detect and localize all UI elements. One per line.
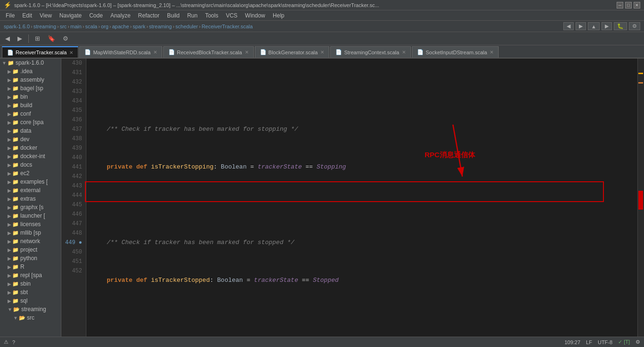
tree-network[interactable]: ▶ 📁 network bbox=[0, 237, 61, 245]
menu-analyze[interactable]: Analyze bbox=[107, 11, 134, 20]
tab-receivedblocktracker[interactable]: 📄 ReceivedBlockTracker.scala ✕ bbox=[163, 46, 254, 58]
tab-blockgenerator[interactable]: 📄 BlockGenerator.scala ✕ bbox=[255, 46, 330, 58]
menu-vcs[interactable]: VCS bbox=[222, 11, 242, 20]
toolbar-back[interactable]: ◀ bbox=[2, 34, 13, 43]
run-button[interactable]: ▶ bbox=[602, 22, 612, 30]
menu-window[interactable]: Window bbox=[241, 11, 269, 20]
menu-file[interactable]: File bbox=[2, 11, 18, 20]
tree-repl[interactable]: ▶ 📁 repl [spa bbox=[0, 271, 61, 279]
tree-sbin[interactable]: ▶ 📁 sbin bbox=[0, 279, 61, 288]
tree-r[interactable]: ▶ 📁 R bbox=[0, 262, 61, 271]
bc-spark[interactable]: spark bbox=[133, 24, 145, 29]
tree-dev-label: dev bbox=[20, 136, 29, 143]
tree-src[interactable]: ▼ 📂 src bbox=[0, 313, 61, 322]
bc-nav-up[interactable]: ▲ bbox=[588, 22, 600, 30]
toolbar-settings[interactable]: ⚙ bbox=[59, 34, 72, 43]
tree-docker[interactable]: ▶ 📁 docker bbox=[0, 144, 61, 152]
tree-data[interactable]: ▶ 📁 data bbox=[0, 127, 61, 135]
tab-close-sc[interactable]: ✕ bbox=[402, 50, 406, 55]
bc-file[interactable]: ReceiverTracker.scala bbox=[201, 24, 252, 29]
toolbar-forward[interactable]: ▶ bbox=[14, 34, 25, 43]
tree-bin-label: bin bbox=[20, 93, 28, 100]
code-text[interactable]: /** Check if tracker has been marked for… bbox=[86, 59, 644, 337]
bc-project[interactable]: spark-1.6.0 bbox=[4, 24, 30, 29]
toolbar-bookmark[interactable]: 🔖 bbox=[44, 34, 59, 43]
bc-org[interactable]: org bbox=[101, 24, 109, 29]
toolbar-structure[interactable]: ⊞ bbox=[32, 34, 43, 43]
tree-conf[interactable]: ▶ 📁 conf bbox=[0, 110, 61, 118]
code-line-432: private def isTrackerStopping: Boolean =… bbox=[92, 162, 638, 172]
status-warning-icon[interactable]: ⚠ bbox=[4, 339, 8, 345]
tree-sbt[interactable]: ▶ 📁 sbt bbox=[0, 288, 61, 296]
tree-mllib[interactable]: ▶ 📁 mllib [sp bbox=[0, 229, 61, 237]
tab-close-sid[interactable]: ✕ bbox=[490, 50, 493, 55]
code-editor[interactable]: 430 431 432 433 434 435 436 437 438 439 … bbox=[61, 59, 644, 337]
menu-code[interactable]: Code bbox=[85, 11, 107, 20]
tree-assembly[interactable]: ▶ 📁 assembly bbox=[0, 76, 61, 84]
menu-tools[interactable]: Tools bbox=[201, 11, 222, 20]
tree-licenses[interactable]: ▶ 📁 licenses bbox=[0, 220, 61, 229]
menu-refactor[interactable]: Refactor bbox=[134, 11, 163, 20]
file-tree[interactable]: ▼ 📁 spark-1.6.0 ▶ 📁 .idea ▶ 📁 assembly ▶… bbox=[0, 59, 61, 337]
tree-docs[interactable]: ▶ 📁 docs bbox=[0, 161, 61, 169]
scroll-gutter[interactable] bbox=[637, 59, 644, 337]
tree-project[interactable]: ▶ 📁 project bbox=[0, 245, 61, 254]
tree-idea[interactable]: ▶ 📁 .idea bbox=[0, 67, 61, 76]
tree-bin[interactable]: ▶ 📁 bin bbox=[0, 93, 61, 101]
tab-close-bg[interactable]: ✕ bbox=[320, 50, 324, 55]
tree-dev[interactable]: ▶ 📁 dev bbox=[0, 135, 61, 144]
tree-examples[interactable]: ▶ 📁 examples [ bbox=[0, 178, 61, 186]
tree-graphx[interactable]: ▶ 📁 graphx [s bbox=[0, 203, 61, 212]
tree-root[interactable]: ▼ 📁 spark-1.6.0 bbox=[0, 59, 61, 67]
tree-python[interactable]: ▶ 📁 python bbox=[0, 254, 61, 262]
code-line-433 bbox=[92, 200, 638, 210]
tree-bagel[interactable]: ▶ 📁 bagel [sp bbox=[0, 84, 61, 93]
bc-nav-left[interactable]: ◀ bbox=[563, 22, 574, 30]
tree-root-label: spark-1.6.0 bbox=[16, 59, 44, 66]
menu-run[interactable]: Run bbox=[184, 11, 201, 20]
tree-sql[interactable]: ▶ 📁 sql bbox=[0, 296, 61, 305]
tab-mapwithstaterdd[interactable]: 📄 MapWithStateRDD.scala ✕ bbox=[79, 46, 162, 58]
tree-dockerint[interactable]: ▶ 📁 docker-int bbox=[0, 152, 61, 161]
bc-src[interactable]: src bbox=[60, 24, 67, 29]
tab-label-sc: StreamingContext.scala bbox=[344, 50, 399, 55]
status-settings-icon[interactable]: ⚙ bbox=[636, 339, 640, 345]
tab-label-receivertracker: ReceiverTracker.scala bbox=[16, 50, 67, 55]
tree-build[interactable]: ▶ 📁 build bbox=[0, 101, 61, 110]
tab-close-rbt[interactable]: ✕ bbox=[245, 50, 249, 55]
tree-root-arrow: ▼ bbox=[2, 60, 7, 66]
menu-build[interactable]: Build bbox=[163, 11, 184, 20]
bc-main[interactable]: main bbox=[70, 24, 82, 29]
tree-external[interactable]: ▶ 📁 external bbox=[0, 186, 61, 195]
bc-streaming[interactable]: streaming bbox=[33, 24, 56, 29]
tree-launcher[interactable]: ▶ 📁 launcher [ bbox=[0, 212, 61, 220]
bc-scheduler[interactable]: scheduler bbox=[176, 24, 198, 29]
tree-streaming[interactable]: ▼ 📂 streaming bbox=[0, 305, 61, 313]
bc-nav-right[interactable]: ▶ bbox=[576, 22, 586, 30]
bc-apache[interactable]: apache bbox=[112, 24, 129, 29]
tree-sbt-label: sbt bbox=[20, 289, 28, 296]
bc-streaming2[interactable]: streaming bbox=[149, 24, 172, 29]
close-button[interactable]: ✕ bbox=[634, 2, 640, 8]
tree-extras[interactable]: ▶ 📁 extras bbox=[0, 195, 61, 203]
tree-ec2[interactable]: ▶ 📁 ec2 bbox=[0, 169, 61, 178]
menu-help[interactable]: Help bbox=[269, 11, 288, 20]
tab-close-receivertracker[interactable]: ✕ bbox=[69, 50, 73, 55]
tab-close-map[interactable]: ✕ bbox=[153, 50, 157, 55]
maximize-button[interactable]: □ bbox=[625, 2, 632, 8]
debug-button[interactable]: 🐛 bbox=[614, 22, 627, 30]
tree-network-label: network bbox=[20, 238, 40, 245]
menu-navigate[interactable]: Navigate bbox=[56, 11, 85, 20]
bc-scala[interactable]: scala bbox=[85, 24, 98, 29]
settings-button[interactable]: ⚙ bbox=[629, 22, 640, 30]
menu-edit[interactable]: Edit bbox=[18, 11, 36, 20]
minimize-button[interactable]: ─ bbox=[617, 2, 623, 8]
window-controls[interactable]: ─ □ ✕ bbox=[617, 2, 640, 8]
tab-streamingcontext[interactable]: 📄 StreamingContext.scala ✕ bbox=[330, 46, 411, 58]
status-indicator: ✓ [T] bbox=[618, 339, 630, 345]
menu-view[interactable]: View bbox=[36, 11, 56, 20]
tree-core[interactable]: ▶ 📁 core [spa bbox=[0, 118, 61, 127]
tab-receivertracker[interactable]: 📄 ReceiverTracker.scala ✕ bbox=[2, 46, 78, 58]
tab-socketinputdstream[interactable]: 📄 SocketInputDStream.scala ✕ bbox=[412, 46, 499, 58]
status-help-icon[interactable]: ? bbox=[12, 339, 15, 345]
